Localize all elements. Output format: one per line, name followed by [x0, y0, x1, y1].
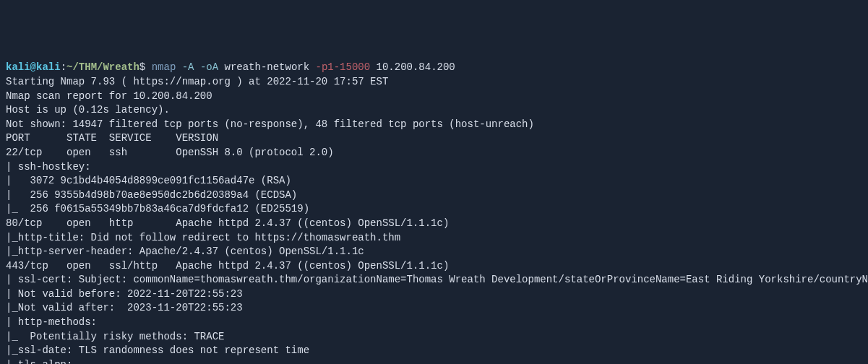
prompt-user: kali@kali [6, 61, 61, 73]
output-line: |_ 256 f0615a55349bb7b83a46ca7d9fdcfa12 … [6, 202, 862, 217]
terminal-output: Starting Nmap 7.93 ( https://nmap.org ) … [6, 75, 862, 364]
command-args-1: wreath-network [218, 61, 315, 73]
command-flags-1: -A -oA [176, 61, 218, 73]
terminal-window[interactable]: kali@kali:~/THM/Wreath$ nmap -A -oA wrea… [6, 61, 862, 364]
output-line: 22/tcp open ssh OpenSSH 8.0 (protocol 2.… [6, 146, 862, 160]
command-ports: -p1-15000 [316, 61, 371, 73]
output-line: |_ssl-date: TLS randomness does not repr… [6, 344, 862, 358]
output-line: | ssh-hostkey: [6, 160, 862, 175]
output-line: | http-methods: [6, 316, 862, 330]
output-line: | 3072 9c1bd4b4054d8899ce091fc1156ad47e … [6, 174, 862, 188]
output-line: 80/tcp open http Apache httpd 2.4.37 ((c… [6, 217, 862, 231]
output-line: 443/tcp open ssl/http Apache httpd 2.4.3… [6, 259, 862, 274]
command-name: nmap [152, 61, 176, 73]
command-args-2: 10.200.84.200 [370, 61, 455, 73]
output-line: |_Not valid after: 2023-11-20T22:55:23 [6, 301, 862, 316]
output-line: Not shown: 14947 filtered tcp ports (no-… [6, 118, 862, 132]
prompt-dollar: $ [139, 61, 152, 73]
output-line: |_ Potentially risky methods: TRACE [6, 330, 862, 344]
prompt-path: ~/THM/Wreath [66, 61, 139, 73]
output-line: | ssl-cert: Subject: commonName=thomaswr… [6, 273, 862, 287]
output-line: | 256 9355b4d98b70ae8e950dc2b6d20389a4 (… [6, 188, 862, 203]
output-line: | Not valid before: 2022-11-20T22:55:23 [6, 287, 862, 302]
output-line: Host is up (0.12s latency). [6, 103, 862, 118]
output-line: |_http-server-header: Apache/2.4.37 (cen… [6, 245, 862, 259]
prompt-colon: : [61, 61, 66, 73]
output-line: | tls-alpn: [6, 358, 862, 364]
output-line: Starting Nmap 7.93 ( https://nmap.org ) … [6, 75, 862, 90]
output-line: |_http-title: Did not follow redirect to… [6, 231, 862, 246]
output-line: Nmap scan report for 10.200.84.200 [6, 90, 862, 104]
prompt-line: kali@kali:~/THM/Wreath$ nmap -A -oA wrea… [6, 61, 862, 75]
output-line: PORT STATE SERVICE VERSION [6, 131, 862, 146]
